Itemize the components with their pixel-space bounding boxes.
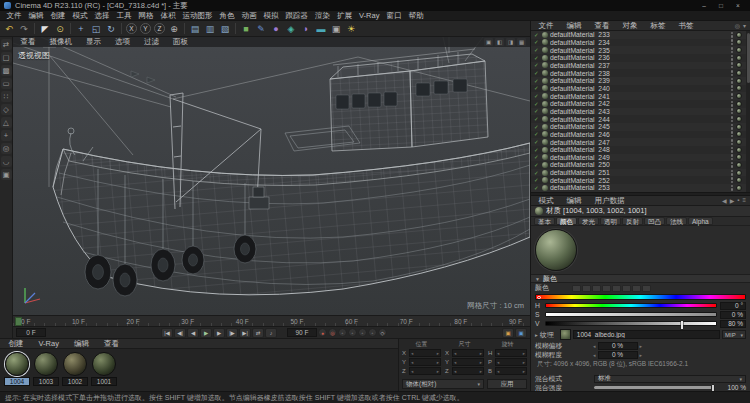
texture-thumbnail[interactable] xyxy=(560,329,571,340)
material-preview-sphere[interactable] xyxy=(535,229,577,271)
make-editable-icon[interactable]: ⇄ xyxy=(1,39,12,50)
coords-mode-select[interactable]: 物体(相对) ▾ xyxy=(402,379,484,389)
visibility-dots-icon[interactable] xyxy=(730,154,734,160)
visibility-dots-icon[interactable] xyxy=(730,70,734,76)
object-row[interactable]: ✓defaultMaterial_242 xyxy=(531,100,750,108)
blur-scale-field[interactable]: 0 % xyxy=(598,351,638,359)
visibility-dots-icon[interactable] xyxy=(730,47,734,53)
color-mode-chip[interactable] xyxy=(602,285,611,292)
object-row[interactable]: ✓defaultMaterial_240 xyxy=(531,85,750,93)
lock-workplane-icon[interactable]: ▣ xyxy=(1,169,12,180)
current-frame-field[interactable]: 0 F xyxy=(16,328,46,337)
menubar-item[interactable]: 网格 xyxy=(135,11,157,20)
color-mode-chip[interactable] xyxy=(582,285,591,292)
visibility-dots-icon[interactable] xyxy=(730,78,734,84)
material-menubar-item[interactable]: V-Ray xyxy=(35,339,62,348)
menubar-item[interactable]: 角色 xyxy=(216,11,238,20)
texture-tag-icon[interactable] xyxy=(736,177,742,183)
timeline-ruler[interactable]: 0 F10 F20 F30 F40 F50 F60 F70 F80 F90 F xyxy=(13,315,530,326)
hsv-slider[interactable] xyxy=(545,321,717,326)
viewport-menu-item[interactable]: 过滤 xyxy=(141,37,163,47)
texture-tag-icon[interactable] xyxy=(736,62,742,68)
object-row[interactable]: ✓defaultMaterial_241 xyxy=(531,92,750,100)
stepper-right-icon[interactable]: ▸ xyxy=(523,351,525,356)
visibility-dots-icon[interactable] xyxy=(730,32,734,38)
visibility-dots-icon[interactable] xyxy=(730,85,734,91)
prev-frame-button[interactable]: ◀ xyxy=(187,328,199,338)
coordinate-system-icon[interactable]: ⊕ xyxy=(167,22,181,35)
stepper-left-icon[interactable]: ◂ xyxy=(411,351,413,356)
history-forward-icon[interactable]: ▶ xyxy=(730,197,735,204)
lock-y-icon[interactable]: Y xyxy=(140,23,151,34)
record-keyframe-button[interactable]: ● xyxy=(318,328,327,337)
texture-sampling-select[interactable]: MIP ▾ xyxy=(722,330,746,339)
stepper-left-icon[interactable]: ◂ xyxy=(497,360,499,365)
color-mode-chip[interactable] xyxy=(592,285,601,292)
viewport-menu-item[interactable]: 显示 xyxy=(83,37,105,47)
lock-z-icon[interactable]: Z xyxy=(154,23,165,34)
object-menubar-item[interactable]: 编辑 xyxy=(563,21,585,30)
object-row[interactable]: ✓defaultMaterial_233 xyxy=(531,31,750,39)
titlebar[interactable]: Cinema 4D R23.110 (RC) - [C4D_7318.c4d *… xyxy=(0,0,750,11)
scale-icon[interactable]: ◱ xyxy=(89,22,103,35)
object-row[interactable]: ✓defaultMaterial_244 xyxy=(531,115,750,123)
texture-tag-icon[interactable] xyxy=(736,101,742,107)
attribute-tab[interactable]: 反射 xyxy=(622,217,643,225)
visibility-dots-icon[interactable] xyxy=(730,185,734,191)
preview-range-icon[interactable]: ▣ xyxy=(515,328,527,338)
attribute-tab[interactable]: 基本 xyxy=(534,217,555,225)
material-menubar-item[interactable]: 编辑 xyxy=(70,339,92,348)
object-row[interactable]: ✓defaultMaterial_253 xyxy=(531,184,750,192)
prev-key-button[interactable]: ◀| xyxy=(174,328,186,338)
goto-start-button[interactable]: |◀ xyxy=(161,328,173,338)
coords-field[interactable]: ◂▸ xyxy=(495,349,527,357)
scrollbar-track[interactable] xyxy=(746,31,750,192)
undo-icon[interactable]: ↶ xyxy=(2,22,16,35)
redo-icon[interactable]: ↷ xyxy=(17,22,31,35)
record-position-button[interactable]: ◦ xyxy=(338,328,347,337)
texture-tag-icon[interactable] xyxy=(736,154,742,160)
record-parameter-button[interactable]: ◦ xyxy=(368,328,377,337)
rotate-icon[interactable]: ↻ xyxy=(104,22,118,35)
object-row[interactable]: ✓defaultMaterial_247 xyxy=(531,138,750,146)
lock-x-icon[interactable]: X xyxy=(126,23,137,34)
texture-tag-icon[interactable] xyxy=(736,70,742,76)
visibility-dots-icon[interactable] xyxy=(730,170,734,176)
visibility-dots-icon[interactable] xyxy=(730,131,734,137)
viewport-menu-item[interactable]: 选项 xyxy=(112,37,134,47)
viewport-toggle-icon[interactable]: ▣ xyxy=(484,38,493,46)
coords-field[interactable]: ◂▸ xyxy=(452,349,484,357)
coords-field[interactable]: ◂▸ xyxy=(452,367,484,375)
menubar-item[interactable]: 选择 xyxy=(91,11,113,20)
apply-button[interactable]: 应用 xyxy=(487,379,527,389)
menubar-item[interactable]: 模式 xyxy=(69,11,91,20)
coords-field[interactable]: ◂▸ xyxy=(495,358,527,366)
render-view-icon[interactable]: ▤ xyxy=(188,22,202,35)
color-spectrum-bar[interactable] xyxy=(535,294,746,300)
color-mode-chip[interactable] xyxy=(612,285,621,292)
menubar-item[interactable]: 创建 xyxy=(47,11,69,20)
menubar-item[interactable]: 运动图形 xyxy=(179,11,216,20)
stepper-left-icon[interactable]: ◂ xyxy=(454,351,456,356)
material-thumb[interactable]: 1004 xyxy=(4,352,30,386)
next-key-button[interactable]: |▶ xyxy=(226,328,238,338)
color-mode-chip[interactable] xyxy=(632,285,641,292)
object-row[interactable]: ✓defaultMaterial_250 xyxy=(531,161,750,169)
object-row[interactable]: ✓defaultMaterial_234 xyxy=(531,39,750,47)
selection-ring-icon[interactable]: ⊙ xyxy=(53,22,67,35)
mix-strength-slider[interactable] xyxy=(594,386,715,389)
texture-tag-icon[interactable] xyxy=(736,162,742,168)
camera-icon[interactable]: ▣ xyxy=(329,22,343,35)
visibility-dots-icon[interactable] xyxy=(730,162,734,168)
texture-tag-icon[interactable] xyxy=(736,147,742,153)
texture-tag-icon[interactable] xyxy=(736,139,742,145)
menubar-item[interactable]: 跟踪器 xyxy=(282,11,312,20)
loop-button[interactable]: ⇄ xyxy=(252,328,264,338)
spectrum-marker[interactable] xyxy=(537,296,541,300)
close-button[interactable]: × xyxy=(730,1,746,10)
playback-options-icon[interactable]: ▣ xyxy=(502,328,514,338)
stepper-right-icon[interactable]: ▸ xyxy=(523,369,525,374)
material-menubar-item[interactable]: 查看 xyxy=(100,339,122,348)
light-icon[interactable]: ☀ xyxy=(344,22,358,35)
menubar-item[interactable]: 帮助 xyxy=(405,11,427,20)
